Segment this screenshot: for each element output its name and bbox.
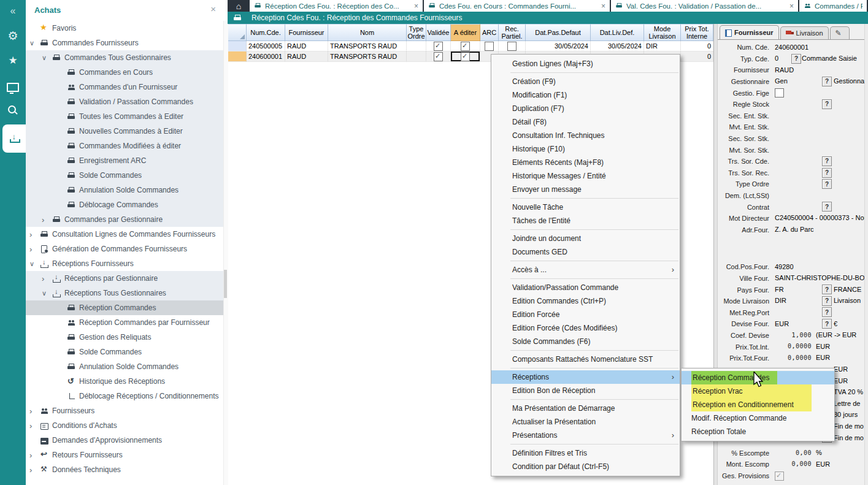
chevron-right-icon[interactable] bbox=[29, 451, 40, 460]
cell-validee[interactable] bbox=[426, 41, 451, 52]
column-header[interactable]: Num.Cde. bbox=[247, 24, 285, 41]
sidebar-item-commandes-dun-fournisseur[interactable]: Commandes d'un Fournisseur bbox=[26, 80, 223, 94]
menu-item-detail[interactable]: Détail (F8) bbox=[491, 115, 680, 129]
sidebar-item-solde-commandes[interactable]: Solde Commandes bbox=[26, 168, 223, 183]
sidebar-item-annulation-solde[interactable]: Annulation Solde Commandes bbox=[26, 183, 223, 197]
menu-item-creation[interactable]: Création (F9) bbox=[491, 75, 680, 88]
sidebar-item-annulation-solde-receptions[interactable]: Annulation Solde Commandes bbox=[26, 359, 223, 374]
sidebar-scrollbar-thumb[interactable] bbox=[224, 270, 227, 298]
sidebar-item-reception-commandes[interactable]: Réception Commandes bbox=[26, 300, 223, 315]
menu-item-historique[interactable]: Historique (F10) bbox=[491, 142, 680, 156]
sidebar-item-enregistrement-arc[interactable]: Enregistrement ARC bbox=[26, 153, 223, 168]
help-button[interactable] bbox=[822, 202, 832, 212]
menu-item-acces-a[interactable]: Accès à ... bbox=[491, 263, 680, 277]
chevron-down-icon[interactable] bbox=[29, 39, 40, 47]
cell-a-editer[interactable] bbox=[451, 41, 480, 52]
help-button[interactable] bbox=[822, 285, 832, 294]
menu-item-condition-defaut[interactable]: Condition par Défaut (Ctrl-F5) bbox=[491, 460, 680, 473]
gear-icon[interactable] bbox=[0, 25, 26, 47]
cell-mode-livraison[interactable]: DIR bbox=[644, 41, 681, 52]
sidebar-item-historique-receptions[interactable]: Historique des Réceptions bbox=[26, 374, 223, 389]
tab-val-cdes-fou[interactable]: Val. Cdes Fou. : Validation / Passation … bbox=[611, 0, 798, 12]
menu-item-presentations[interactable]: Présentations bbox=[491, 429, 680, 442]
menu-item-composants-rattaches[interactable]: Composants Rattachés Nomenclature SST bbox=[491, 353, 680, 366]
cell-fournisseur[interactable]: RAUD bbox=[285, 41, 328, 52]
help-button[interactable] bbox=[822, 296, 832, 306]
menu-item-solde-commandes[interactable]: Solde Commandes (F6) bbox=[491, 335, 680, 348]
search-icon[interactable] bbox=[0, 99, 26, 121]
chevron-right-icon[interactable] bbox=[29, 421, 40, 430]
checkbox[interactable] bbox=[461, 42, 470, 51]
sidebar-item-donnees-techniques[interactable]: Données Techniques bbox=[26, 462, 223, 477]
sidebar-item-receptions-par-gestionnaire[interactable]: Réceptions par Gestionnaire bbox=[26, 271, 223, 286]
menu-item-validation-passation[interactable]: Validation/Passation Commande bbox=[491, 281, 680, 294]
cell-prix-tot-interne[interactable]: 0 bbox=[681, 52, 713, 62]
menu-item-elements-recents[interactable]: Eléments Récents (Maj+F8) bbox=[491, 156, 680, 169]
help-button[interactable] bbox=[791, 54, 801, 64]
tab-cdes-fou-en-cours[interactable]: Cdes Fou. en Cours : Commandes Fourni... bbox=[424, 0, 610, 12]
monitor-icon[interactable] bbox=[0, 76, 26, 98]
collapse-sidebar-icon[interactable] bbox=[0, 0, 26, 22]
cell-num-cde[interactable]: 240600001 bbox=[247, 52, 285, 62]
cell-nom[interactable]: TRANSPORTS RAUD bbox=[328, 41, 407, 52]
sidebar-scrollbar[interactable] bbox=[223, 21, 228, 485]
menu-item-edition-commandes[interactable]: Edition Commandes (Ctrl+P) bbox=[491, 294, 680, 308]
menu-item-consultation-inf[interactable]: Consultation Inf. Techniques bbox=[491, 129, 680, 142]
column-header[interactable]: Dat.Pas.Defaut bbox=[526, 24, 591, 41]
submenu-item-reception-totale[interactable]: Réception Totale bbox=[682, 425, 834, 438]
column-header[interactable]: Mode Livraison bbox=[644, 24, 681, 41]
cell-arc[interactable] bbox=[480, 41, 499, 52]
sidebar-item-demandes-approvisionnements[interactable]: Demandes d'Approvisionnements bbox=[26, 433, 223, 448]
cell-fournisseur[interactable]: RAUD bbox=[285, 52, 328, 62]
close-tab-icon[interactable] bbox=[785, 2, 794, 10]
tab-livraison[interactable]: Livraison bbox=[780, 26, 829, 39]
column-header[interactable]: Rec. Partiel. bbox=[499, 24, 526, 41]
sidebar-item-commandes-par-gestionnaire[interactable]: Commandes par Gestionnaire bbox=[26, 212, 223, 227]
sidebar-item-nouvelles-commandes-a-editer[interactable]: Nouvelles Commandes à Editer bbox=[26, 124, 223, 139]
menu-item-nouvelle-tache[interactable]: Nouvelle Tâche bbox=[491, 200, 680, 214]
menu-item-actualiser-presentation[interactable]: Actualiser la Présentation bbox=[491, 415, 680, 429]
help-button[interactable] bbox=[822, 319, 832, 329]
menu-item-joindre-document[interactable]: Joindre un document bbox=[491, 232, 680, 245]
cell-num-cde[interactable]: 240500005 bbox=[247, 41, 285, 52]
sidebar-item-commandes-en-cours[interactable]: Commandes en Cours bbox=[26, 65, 223, 80]
column-header[interactable]: ARC bbox=[480, 24, 499, 41]
cell-dat-liv-def[interactable]: 30/05/2024 bbox=[591, 41, 644, 52]
help-button[interactable] bbox=[822, 77, 832, 86]
sidebar-item-gestion-reliquats[interactable]: Gestion des Reliquats bbox=[26, 330, 223, 345]
checkbox[interactable] bbox=[775, 472, 784, 481]
tab-commentaire[interactable] bbox=[830, 26, 850, 39]
help-button[interactable] bbox=[822, 168, 832, 178]
chevron-down-icon[interactable] bbox=[42, 54, 53, 62]
column-header[interactable]: Fournisseur bbox=[285, 24, 328, 41]
column-header-highlighted[interactable]: A éditer bbox=[451, 24, 480, 41]
cell-rec-partiel[interactable] bbox=[499, 41, 526, 52]
menu-item-duplication[interactable]: Duplication (F7) bbox=[491, 102, 680, 115]
checkbox[interactable] bbox=[434, 42, 443, 51]
menu-item-receptions[interactable]: Réceptions bbox=[491, 370, 680, 384]
close-tab-icon[interactable] bbox=[410, 2, 418, 10]
chevron-down-icon[interactable] bbox=[29, 260, 40, 268]
checkbox[interactable] bbox=[775, 88, 784, 97]
chevron-right-icon[interactable] bbox=[42, 274, 53, 283]
row-selector-current[interactable] bbox=[228, 52, 247, 62]
menu-item-historique-messages[interactable]: Historique Messages / Entité bbox=[491, 169, 680, 183]
column-header[interactable]: Validée bbox=[426, 24, 451, 41]
menu-item-ma-presentation[interactable]: Ma Présentation de Démarrage bbox=[491, 402, 680, 415]
sidebar-item-reception-par-fournisseur[interactable]: Réception Commandes par Fournisseur bbox=[26, 315, 223, 330]
tab-reception-cdes-fou[interactable]: Réception Cdes Fou. : Réception des Co..… bbox=[250, 0, 423, 12]
chevron-right-icon[interactable] bbox=[29, 407, 40, 416]
cell-validee[interactable] bbox=[426, 52, 451, 62]
cell-nom[interactable]: TRANSPORTS RAUD bbox=[328, 52, 407, 62]
menu-item-definition-filtres[interactable]: Définition Filtres et Tris bbox=[491, 446, 680, 460]
help-button[interactable] bbox=[822, 307, 832, 317]
tab-fournisseur[interactable]: Fournisseur bbox=[720, 25, 779, 39]
help-button[interactable] bbox=[822, 99, 832, 109]
sidebar-item-receptions-tous-gestionnaires[interactable]: Réceptions Tous Gestionnaires bbox=[26, 286, 223, 300]
submenu-item-reception-conditionnement[interactable]: Réception en Conditionnement bbox=[682, 398, 834, 411]
sidebar-item-toutes-commandes-a-editer[interactable]: Toutes les Commandes à Editer bbox=[26, 109, 223, 124]
chevron-right-icon[interactable] bbox=[29, 465, 40, 475]
home-icon[interactable] bbox=[228, 0, 250, 12]
sidebar-item-fournisseurs[interactable]: Fournisseurs bbox=[26, 403, 223, 418]
column-header[interactable]: Prix Tot. Interne bbox=[681, 24, 713, 41]
